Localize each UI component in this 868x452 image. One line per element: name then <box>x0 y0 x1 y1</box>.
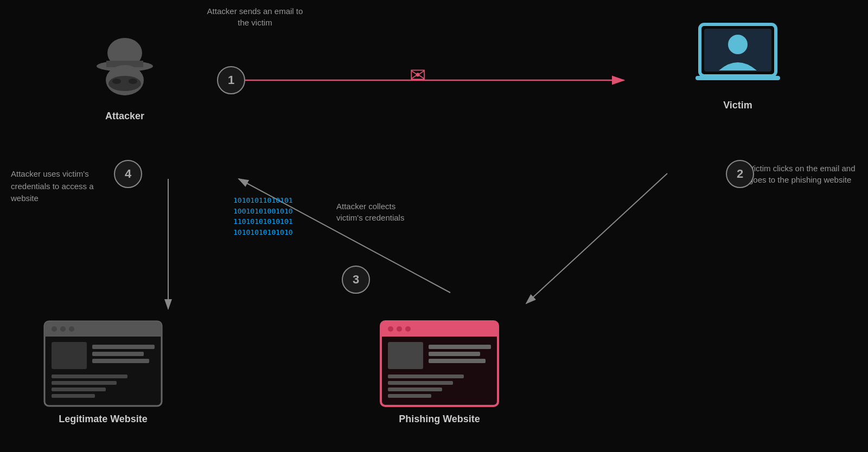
svg-rect-30 <box>388 394 431 398</box>
svg-rect-16 <box>695 76 780 80</box>
victim-svg <box>694 22 781 92</box>
svg-rect-25 <box>429 352 480 356</box>
svg-rect-42 <box>52 381 117 385</box>
svg-rect-44 <box>52 394 95 398</box>
collect-credentials-label: Attacker collectsvictim's credentials <box>336 201 404 223</box>
step1-circle: 1 <box>217 66 245 94</box>
svg-point-22 <box>405 326 411 332</box>
phishing-website-svg <box>380 320 499 407</box>
svg-rect-28 <box>388 381 453 385</box>
svg-rect-37 <box>52 342 87 369</box>
svg-point-36 <box>69 326 74 332</box>
svg-point-12 <box>129 79 137 84</box>
svg-line-1 <box>526 173 667 304</box>
step4-description: Attacker uses victim's credentials to ac… <box>11 168 103 205</box>
svg-rect-23 <box>388 342 423 369</box>
binary-text: 10101011010101 10010101001010 1101010101… <box>233 195 293 237</box>
attacker-svg <box>87 27 163 103</box>
step3-circle: 3 <box>342 266 370 294</box>
svg-rect-29 <box>388 388 442 391</box>
email-icon: ✉ <box>410 64 426 87</box>
phishing-website-figure: Phishing Website <box>380 320 499 425</box>
svg-rect-24 <box>429 345 491 349</box>
svg-rect-27 <box>388 374 464 378</box>
svg-point-15 <box>728 35 748 54</box>
attacker-label: Attacker <box>87 111 163 122</box>
svg-rect-41 <box>52 374 127 378</box>
svg-point-20 <box>388 326 393 332</box>
step2-text: Victim clicks on the email and goes to t… <box>749 164 855 184</box>
step4-circle: 4 <box>114 160 142 188</box>
phishing-label: Phishing Website <box>380 414 499 425</box>
svg-point-34 <box>52 326 57 332</box>
diagram-container: Attacker sends an email to the victim 1 … <box>0 0 868 452</box>
svg-rect-40 <box>92 359 149 363</box>
svg-rect-38 <box>92 345 155 349</box>
svg-rect-43 <box>52 388 106 391</box>
victim-label: Victim <box>694 100 781 111</box>
svg-rect-26 <box>429 359 486 363</box>
legit-website-figure: Legitimate Website <box>43 320 163 425</box>
legit-website-svg <box>43 320 163 407</box>
step4-text: Attacker uses victim's credentials to ac… <box>11 169 94 203</box>
step1-description: Attacker sends an email to the victim <box>206 5 304 28</box>
svg-point-35 <box>60 326 66 332</box>
svg-rect-39 <box>92 352 144 356</box>
svg-point-10 <box>108 76 141 91</box>
victim-figure: Victim <box>694 22 781 111</box>
svg-point-21 <box>397 326 402 332</box>
step1-text: Attacker sends an email to the victim <box>207 7 303 27</box>
step2-description: Victim clicks on the email and goes to t… <box>749 163 857 185</box>
collect-text: Attacker collectsvictim's credentials <box>336 202 404 222</box>
svg-point-11 <box>112 79 121 84</box>
step2-circle: 2 <box>726 160 754 188</box>
legit-label: Legitimate Website <box>43 414 163 425</box>
attacker-figure: Attacker <box>87 27 163 122</box>
